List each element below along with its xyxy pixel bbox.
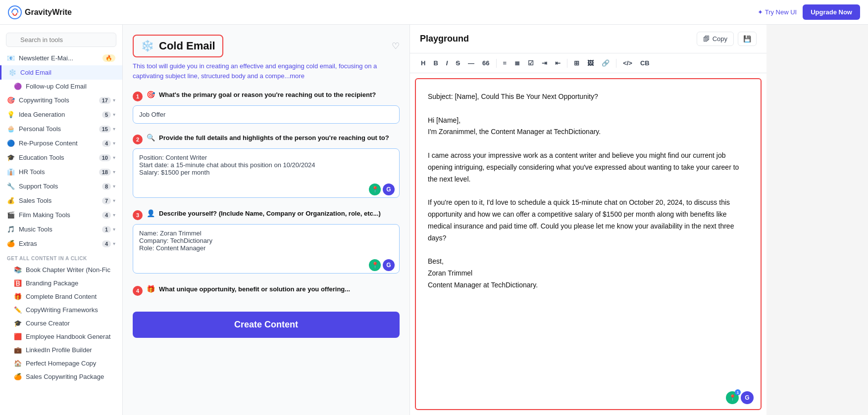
sidebar-item-course[interactable]: 🎓 Course Creator [0,317,122,330]
sales-chevron: ▾ [113,198,115,203]
question-1-input[interactable] [133,105,400,124]
sidebar-label-copywriting: Copywriting Tools [19,96,69,104]
nav-right: ✦ Try New UI Upgrade Now [758,4,860,20]
sidebar-item-music[interactable]: 🎵 Music Tools 1 ▾ [0,222,122,236]
right-panel: Playground 🗐 Copy 💾 H B I S — 66 ≡ ≣ ☑ ⇥ [410,25,766,415]
sidebar-item-branding[interactable]: 🅱️ Branding Package [0,277,122,290]
toolbar: H B I S — 66 ≡ ≣ ☑ ⇥ ⇤ ⊞ 🖼 🔗 </> CB [410,53,766,73]
playground-actions: 🗐 Copy 💾 [697,32,757,46]
hr-chevron: ▾ [113,169,115,175]
question-3-textarea[interactable]: Name: Zoran Trimmel Company: TechDiction… [133,224,400,274]
film-chevron: ▾ [113,212,115,218]
toolbar-ordered[interactable]: ≣ [511,57,523,69]
music-badge: 1 [102,226,111,233]
toolbar-rule[interactable]: — [465,57,477,69]
sidebar-item-copywriting-fw[interactable]: ✏️ CopyWriting Frameworks [0,303,122,317]
toolbar-outdent[interactable]: ⇤ [552,57,563,69]
idea-chevron: ▾ [113,112,115,117]
sidebar-label-branding: Branding Package [26,279,78,287]
sales-pkg-icon: 🍊 [14,373,22,380]
search-input[interactable] [6,33,116,47]
ai-green-icon-2[interactable]: 📍 [369,184,381,195]
sidebar-item-repurpose[interactable]: 🔵 Re-Purpose Content 4 ▾ [0,136,122,150]
toolbar-bold[interactable]: B [430,57,441,69]
question-3-block: 3 👤 Describe yourself? (Include Name, Co… [133,209,400,275]
toolbar-cb[interactable]: CB [637,57,653,69]
tool-title: Cold Email [159,40,215,52]
question-2-num: 2 [133,135,143,144]
sidebar-item-cold-email[interactable]: ❄️ Cold Email [0,65,122,80]
hr-badge: 18 [99,169,111,176]
ai-blue-icon-3[interactable]: G [383,259,395,271]
question-3-wrap: Name: Zoran Trimmel Company: TechDiction… [133,224,400,275]
linkedin-icon: 💼 [14,346,22,354]
copywriting-badge: 17 [99,97,111,104]
ai-blue-icon-2[interactable]: G [383,184,395,195]
sidebar-item-film[interactable]: 🎬 Film Making Tools 4 ▾ [0,208,122,222]
sidebar-item-hr[interactable]: 👔 HR Tools 18 ▾ [0,165,122,179]
question-1-label: 1 🎯 What's the primary goal or reason yo… [133,91,400,101]
sidebar-item-extras[interactable]: 🍊 Extras 4 ▾ [0,236,122,251]
playground-title: Playground [420,34,469,44]
upgrade-button[interactable]: Upgrade Now [803,4,860,20]
toolbar-check[interactable]: ☑ [525,57,537,69]
content-area[interactable]: Subject: [Name], Could This Be Your Next… [415,78,762,410]
education-badge: 10 [99,154,111,161]
question-1-num: 1 [133,92,143,101]
toolbar-strikethrough[interactable]: S [453,57,463,69]
sidebar-item-personal[interactable]: 🧁 Personal Tools 15 ▾ [0,122,122,136]
toolbar-indent[interactable]: ⇥ [539,57,550,69]
question-2-block: 2 🔍 Provide the full details and highlig… [133,134,400,199]
hr-icon: 👔 [7,168,15,176]
tool-description: This tool will guide you in creating an … [133,61,400,81]
repurpose-icon: 🔵 [7,139,15,147]
logo-text: GravityWrite [25,8,72,17]
employee-icon: 🟥 [14,333,22,340]
sidebar-item-sales[interactable]: 💰 Sales Tools 7 ▾ [0,193,122,208]
favorite-button[interactable]: ♡ [392,41,400,51]
toolbar-number[interactable]: 66 [479,57,492,69]
extras-badge: 4 [102,240,111,247]
toolbar-bullet[interactable]: ≡ [500,57,510,69]
sidebar-item-newsletter[interactable]: 📧 Newsletter E-Mai... 🔥 [0,51,122,65]
content-ai-green-icon[interactable]: 📍 1 [726,391,739,404]
svg-point-0 [8,6,21,19]
sidebar-item-followup[interactable]: 🟣 Follow-up Cold Email [0,80,122,93]
create-content-button[interactable]: Create Content [133,312,400,338]
sidebar-item-sales-pkg[interactable]: 🍊 Sales Copywriting Package [0,370,122,383]
toolbar-italic[interactable]: I [443,57,451,69]
question-3-text: Describe yourself? (Include Name, Compan… [159,209,381,218]
sidebar-item-education[interactable]: 🎓 Education Tools 10 ▾ [0,150,122,165]
sidebar-label-linkedin: LinkedIn Profile Builder [26,346,92,354]
sidebar: 🔍 📧 Newsletter E-Mai... 🔥 ❄️ Cold Email … [0,25,123,415]
toolbar-image[interactable]: 🖼 [584,57,597,69]
sidebar-item-support[interactable]: 🔧 Support Tools 8 ▾ [0,179,122,193]
sidebar-item-homepage[interactable]: 🏠 Perfect Homepage Copy [0,357,122,370]
try-new-ui-button[interactable]: ✦ Try New UI [758,8,797,16]
content-ai-icons: 📍 1 G [726,391,754,404]
sidebar-label-personal: Personal Tools [19,125,61,133]
question-2-text: Provide the full details and highlights … [159,134,389,142]
save-button[interactable]: 💾 [738,32,757,46]
sidebar-item-linkedin[interactable]: 💼 LinkedIn Profile Builder [0,343,122,357]
question-3-icon: 👤 [147,209,155,217]
copy-button[interactable]: 🗐 Copy [697,32,734,46]
education-icon: 🎓 [7,154,15,161]
sidebar-item-employee[interactable]: 🟥 Employee Handbook Generat [0,330,122,343]
content-ai-blue-icon[interactable]: G [741,391,754,404]
homepage-icon: 🏠 [14,360,22,367]
toolbar-link[interactable]: 🔗 [599,57,613,69]
sidebar-item-complete-brand[interactable]: 🎁 Complete Brand Content [0,290,122,303]
question-2-ai-icons: 📍 G [369,184,395,195]
center-panel: ❄️ Cold Email ♡ This tool will guide you… [123,25,410,415]
sidebar-item-book[interactable]: 📚 Book Chapter Writer (Non-Fic [0,263,122,277]
ai-green-icon-3[interactable]: 📍 [369,259,381,271]
sidebar-item-copywriting[interactable]: 🎯 Copywriting Tools 17 ▾ [0,93,122,107]
question-2-textarea[interactable]: Position: Content Writer Start date: a 1… [133,148,400,198]
course-icon: 🎓 [14,320,22,327]
toolbar-table[interactable]: ⊞ [571,57,582,69]
toolbar-heading[interactable]: H [418,57,428,69]
sidebar-item-idea[interactable]: 💡 Idea Generation 5 ▾ [0,107,122,122]
tool-title-wrap: ❄️ Cold Email [133,35,223,57]
toolbar-code[interactable]: </> [620,57,635,69]
